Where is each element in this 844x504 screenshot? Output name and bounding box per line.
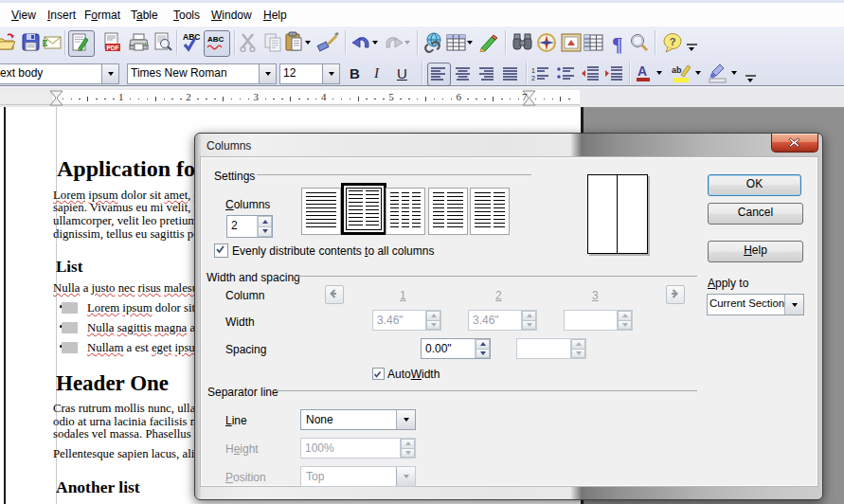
svg-text:ABC: ABC (207, 35, 224, 44)
svg-text:PDF: PDF (107, 45, 119, 51)
svg-text:ABC: ABC (183, 32, 200, 42)
svg-text:2: 2 (531, 75, 535, 81)
svg-text:ab: ab (672, 65, 682, 75)
svg-text:1: 1 (531, 67, 535, 74)
svg-text:?: ? (670, 36, 676, 47)
